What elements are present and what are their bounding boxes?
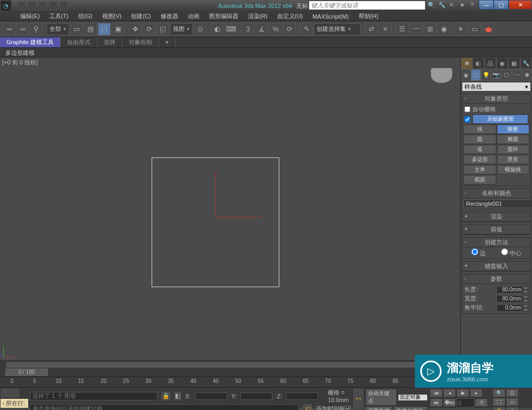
maximize-button[interactable]: ▢ (494, 0, 509, 10)
next-frame-icon[interactable]: ▸ (470, 389, 483, 397)
exchange-icon[interactable]: ✕ (449, 2, 458, 10)
menu-tools[interactable]: 工具(T) (45, 12, 73, 20)
modify-tab-icon[interactable]: ◐ (472, 57, 484, 69)
spacewarps-icon[interactable]: 〰 (512, 69, 522, 81)
helpers-icon[interactable]: ☐ (502, 69, 512, 81)
material-icon[interactable]: ◉ (437, 23, 450, 36)
time-config-icon[interactable]: ⏱ (475, 398, 488, 407)
keymode-icon[interactable]: ⌨ (225, 23, 237, 36)
percent-snap-icon[interactable]: % (269, 23, 282, 36)
y-coord-input[interactable] (240, 392, 272, 400)
utilities-tab-icon[interactable]: 🔧 (520, 57, 532, 69)
viewcube[interactable] (428, 68, 455, 89)
menu-maxscript[interactable]: MAXScript(M) (308, 13, 353, 20)
motion-tab-icon[interactable]: ◉ (496, 57, 508, 69)
zoom-extents-icon[interactable]: ⛶ (493, 398, 505, 406)
object-type-header[interactable]: 对象类型 (462, 94, 530, 104)
script-mini-icon[interactable] (1, 389, 10, 397)
params-header[interactable]: 参数 (462, 274, 530, 284)
pan-icon[interactable]: ✋ (493, 407, 505, 410)
manip-icon[interactable]: ◐ (211, 23, 223, 36)
scale-icon[interactable]: ◱ (156, 23, 169, 36)
qat-new-icon[interactable] (17, 2, 26, 10)
mirror-icon[interactable]: ⇄ (365, 23, 378, 36)
selection-filter-dropdown[interactable]: 全部 (47, 23, 69, 35)
keyboard-header[interactable]: 键盘输入 (462, 262, 530, 271)
arc-button[interactable]: 弧 (463, 145, 496, 154)
donut-button[interactable]: 圆环 (497, 145, 530, 154)
pivot-icon[interactable]: ⊙ (194, 23, 206, 36)
cameras-icon[interactable]: 📷 (491, 69, 501, 81)
goto-end-icon[interactable]: ⏭ (430, 398, 443, 407)
category-dropdown[interactable]: 样条线▾ (462, 82, 531, 91)
creation-method-header[interactable]: 创建方法 (462, 238, 530, 247)
app-menu-icon[interactable]: ◔ (0, 0, 12, 12)
select-icon[interactable]: ▭ (70, 23, 83, 36)
line-button[interactable]: 线 (463, 124, 496, 134)
rotate-icon[interactable]: ⟳ (143, 23, 155, 36)
systems-icon[interactable]: ✱ (522, 69, 532, 81)
time-tag-icon[interactable]: 🏷 (303, 404, 312, 410)
autogrid-checkbox[interactable] (464, 106, 470, 112)
section-button[interactable]: 截面 (463, 175, 496, 185)
viewport[interactable]: [+0 前 0 线框] y x (0, 57, 460, 361)
search-icon[interactable]: 🔍 (428, 2, 436, 10)
helix-button[interactable]: 螺旋线 (497, 165, 530, 174)
menu-help[interactable]: 帮助(H) (354, 12, 383, 20)
qat-redo-icon[interactable] (60, 2, 68, 10)
prev-frame-icon[interactable]: ◂ (443, 389, 456, 397)
qat-undo-icon[interactable] (49, 2, 57, 10)
lights-icon[interactable]: 💡 (481, 69, 491, 81)
star-button[interactable]: 星形 (497, 155, 530, 164)
menu-edit[interactable]: 编辑(E) (16, 12, 44, 20)
menu-render[interactable]: 渲染(R) (244, 12, 272, 20)
name-color-header[interactable]: 名称和颜色 (462, 189, 530, 198)
display-tab-icon[interactable]: ▦ (508, 57, 520, 69)
zoom-icon[interactable]: 🔍 (493, 389, 505, 397)
ref-coord-dropdown[interactable]: 视图 (170, 23, 193, 35)
length-spinner[interactable] (496, 286, 523, 294)
select-region-icon[interactable]: ▢ (98, 23, 111, 36)
curve-editor-icon[interactable]: 〰 (410, 23, 422, 36)
ribbon-tab-modeling[interactable]: Graphite 建模工具 (0, 37, 61, 47)
create-tab-icon[interactable]: ✱ (461, 57, 472, 69)
ribbon-tab-selection[interactable]: 选择 (97, 37, 122, 47)
current-frame-input[interactable] (456, 398, 475, 407)
ellipse-button[interactable]: 椭圆 (497, 135, 530, 144)
shapes-icon[interactable]: ⬡ (471, 69, 481, 81)
menu-graph[interactable]: 图形编辑器 (205, 12, 243, 20)
menu-views[interactable]: 视图(V) (98, 12, 126, 20)
star-icon[interactable]: ★ (460, 2, 468, 10)
corner-radius-spinner[interactable] (496, 304, 523, 312)
x-coord-input[interactable] (195, 392, 227, 400)
key-icon[interactable]: 🔧 (438, 2, 447, 10)
orbit-icon[interactable]: ⟲ (506, 407, 519, 410)
zoom-region-icon[interactable]: ▭ (506, 398, 519, 406)
autokey-button[interactable]: 自动关键点 (365, 389, 397, 406)
listener-icon[interactable] (11, 389, 19, 397)
window-crossing-icon[interactable]: ▣ (112, 23, 124, 36)
close-button[interactable]: ✕ (509, 0, 532, 10)
key-mode-icon[interactable]: �ио (443, 398, 456, 407)
link-icon[interactable]: ⫘ (2, 23, 15, 36)
move-icon[interactable]: ✥ (129, 23, 142, 36)
spinner-snap-icon[interactable]: ⟳ (283, 23, 296, 36)
isolate-icon[interactable]: ◧ (174, 392, 181, 400)
object-name-input[interactable] (463, 199, 532, 208)
goto-start-icon[interactable]: ⏮ (430, 389, 443, 397)
render-frame-icon[interactable]: ▭ (468, 23, 481, 36)
hierarchy-tab-icon[interactable]: 品 (485, 57, 496, 69)
selection-lock-icon[interactable]: 🗝 (353, 389, 363, 408)
add-time-tag[interactable]: 添加时间标记 (316, 405, 351, 411)
angle-snap-icon[interactable]: ∡ (255, 23, 268, 36)
time-slider-handle[interactable]: 0 / 100 (5, 369, 48, 376)
schematic-icon[interactable]: ⊞ (423, 23, 436, 36)
viewport-label[interactable]: [+0 前 0 线框] (2, 58, 38, 66)
zoom-all-icon[interactable]: ⊡ (506, 389, 519, 397)
render-icon[interactable]: 🫖 (482, 23, 495, 36)
ngon-button[interactable]: 多边形 (463, 155, 496, 164)
lock-icon[interactable]: 🔒 (162, 392, 170, 400)
keyfilters-button[interactable]: 关键点过滤器... (393, 406, 428, 410)
menu-customize[interactable]: 自定义(U) (273, 12, 307, 20)
ribbon-tab-freeform[interactable]: 自由形式 (61, 37, 97, 47)
